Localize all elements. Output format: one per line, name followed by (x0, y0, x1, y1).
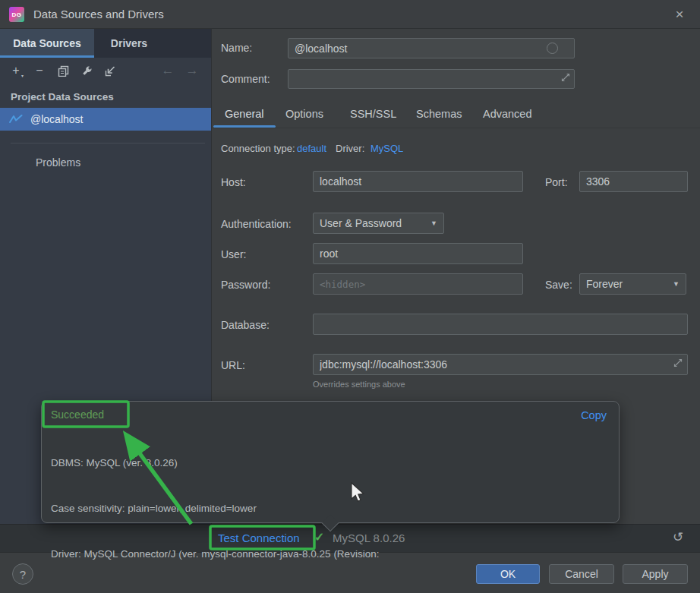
tab-options[interactable]: Options (285, 108, 323, 120)
connection-type-link[interactable]: default (297, 143, 326, 154)
comment-input[interactable] (288, 69, 575, 89)
password-input[interactable] (313, 273, 523, 295)
connection-details: DBMS: MySQL (ver. 8.0.26) Case sensitivi… (51, 425, 379, 593)
mysql-dolphin-icon (9, 114, 23, 125)
problems-section[interactable]: Problems (36, 156, 80, 169)
detail-line: Case sensitivity: plain=lower, delimited… (51, 501, 379, 516)
sidebar-tabstrip: Data Sources Drivers (0, 29, 211, 58)
chevron-down-icon: ▼ (673, 280, 680, 288)
sidebar-toolbar: + ▾ − (0, 58, 211, 84)
tab-data-sources[interactable]: Data Sources (0, 29, 94, 58)
connection-type-label: Connection type: (221, 143, 295, 154)
close-icon[interactable]: × (670, 5, 689, 24)
name-input[interactable] (288, 38, 575, 58)
comment-label: Comment: (221, 73, 270, 85)
user-input[interactable] (313, 243, 523, 264)
save-select[interactable]: Forever ▼ (579, 273, 686, 295)
add-dropdown-caret-icon: ▾ (21, 73, 24, 78)
apply-button[interactable]: Apply (623, 564, 688, 584)
database-label: Database: (221, 319, 270, 331)
history-nav: ← → (159, 62, 211, 79)
dialog-title: Data Sources and Drivers (33, 8, 164, 21)
minus-icon: − (36, 64, 43, 77)
database-input[interactable] (313, 314, 688, 335)
question-mark-icon: ? (20, 568, 26, 581)
import-icon (105, 65, 116, 77)
host-label: Host: (221, 176, 246, 188)
detail-line: Driver: MySQL Connector/J (ver. mysql-co… (51, 547, 379, 562)
tab-drivers-label: Drivers (111, 37, 147, 49)
url-label: URL: (221, 359, 245, 371)
tab-schemas[interactable]: Schemas (416, 108, 462, 120)
title-bar: DG Data Sources and Drivers × (0, 0, 700, 29)
authentication-select[interactable]: User & Password ▼ (313, 213, 444, 234)
driver-label: Driver: (336, 143, 364, 154)
remove-button[interactable]: − (31, 62, 48, 79)
tabs-divider (212, 128, 700, 128)
comment-expand-icon[interactable] (561, 73, 570, 82)
connection-result-popup: Succeeded Copy DBMS: MySQL (ver. 8.0.26)… (41, 401, 620, 523)
tab-advanced[interactable]: Advanced (483, 108, 532, 120)
sidebar-item-localhost[interactable]: @localhost (0, 108, 211, 131)
url-note: Overrides settings above (313, 380, 405, 389)
revert-icon[interactable]: ↺ (673, 529, 683, 545)
authentication-label: Authentication: (221, 218, 292, 230)
project-data-sources-heading: Project Data Sources (11, 91, 114, 103)
properties-button[interactable] (78, 62, 95, 79)
name-spinner-icon (547, 43, 558, 54)
datagrip-logo-icon: DG (9, 7, 24, 22)
connection-status-text: Succeeded (51, 408, 104, 421)
add-button[interactable]: + ▾ (8, 62, 24, 79)
driver-link[interactable]: MySQL (370, 143, 403, 154)
forward-arrow-icon: → (186, 63, 199, 78)
back-arrow-icon: ← (162, 63, 175, 78)
name-label: Name: (221, 42, 252, 54)
back-button[interactable]: ← (159, 62, 176, 79)
tab-ssh-ssl[interactable]: SSH/SSL (350, 108, 396, 120)
sidebar-item-label: @localhost (30, 113, 83, 125)
copy-icon (58, 65, 69, 77)
data-sources-dialog: DG Data Sources and Drivers × Data Sourc… (0, 0, 700, 593)
wrench-icon (81, 65, 93, 77)
port-label: Port: (545, 176, 568, 188)
password-label: Password: (221, 279, 270, 291)
ok-button[interactable]: OK (476, 564, 540, 584)
port-input[interactable] (579, 171, 688, 192)
import-button[interactable] (102, 62, 118, 79)
tab-data-sources-label: Data Sources (13, 37, 80, 49)
sidebar-divider (11, 143, 205, 144)
help-button[interactable]: ? (12, 563, 33, 585)
user-label: User: (221, 248, 246, 260)
authentication-value: User & Password (320, 217, 402, 229)
cancel-button[interactable]: Cancel (549, 564, 614, 584)
url-expand-icon[interactable] (673, 358, 683, 367)
plus-icon: + (12, 64, 19, 77)
tab-drivers[interactable]: Drivers (94, 29, 164, 58)
host-input[interactable] (313, 171, 523, 192)
duplicate-button[interactable] (55, 62, 71, 79)
detail-line: DBMS: MySQL (ver. 8.0.26) (51, 456, 379, 471)
save-label: Save: (545, 279, 572, 291)
save-value: Forever (586, 278, 623, 290)
chevron-down-icon: ▼ (430, 219, 437, 227)
url-input[interactable] (313, 354, 688, 375)
general-tab-underline (213, 125, 276, 128)
copy-link[interactable]: Copy (581, 409, 607, 421)
tab-general[interactable]: General (225, 108, 264, 120)
forward-button[interactable]: → (184, 62, 200, 79)
